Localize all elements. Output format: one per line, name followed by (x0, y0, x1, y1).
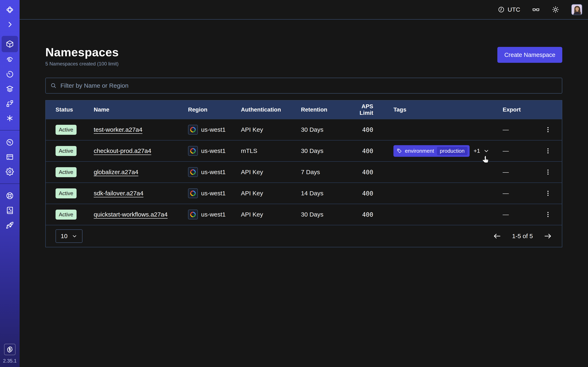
sun-icon[interactable] (552, 6, 559, 13)
clock-icon (498, 6, 505, 13)
cube-icon (6, 40, 14, 48)
create-namespace-button[interactable]: Create Namespace (497, 47, 562, 63)
export-value: — (503, 169, 544, 175)
col-tags: Tags (393, 106, 503, 113)
chevron-right-icon[interactable] (2, 17, 18, 32)
table-row: Active test-worker.a27a4 us-west1 API Ke… (46, 119, 562, 140)
gcp-cloud-icon (188, 146, 198, 156)
export-value: — (503, 126, 544, 133)
avatar[interactable] (571, 4, 582, 15)
retention-label: 7 Days (301, 169, 348, 175)
price-badge-icon (6, 346, 13, 353)
retention-label: 30 Days (301, 126, 348, 133)
sidebar-divider (0, 130, 20, 131)
status-badge: Active (56, 125, 77, 135)
aps-limit-value: 400 (348, 190, 393, 197)
kebab-menu-icon[interactable] (544, 125, 553, 134)
sidebar-item-support[interactable] (2, 188, 18, 203)
sidebar-item-docs[interactable] (2, 203, 18, 218)
auth-label: API Key (241, 126, 301, 133)
gcp-cloud-icon (188, 210, 198, 219)
retention-label: 30 Days (301, 147, 348, 154)
col-export: Export (503, 106, 544, 113)
gauge-icon (6, 138, 14, 146)
namespace-link[interactable]: globalizer.a27a4 (94, 169, 138, 175)
sidebar-item-namespaces[interactable] (2, 36, 18, 52)
kebab-menu-icon[interactable] (544, 210, 553, 219)
status-badge: Active (56, 167, 77, 177)
gcp-cloud-icon (188, 125, 198, 134)
aps-limit-value: 400 (348, 211, 393, 218)
namespace-link[interactable]: test-worker.a27a4 (94, 126, 142, 133)
namespace-link[interactable]: checkout-prod.a27a4 (94, 147, 151, 154)
previous-page-arrow-icon[interactable] (493, 232, 502, 240)
kebab-menu-icon[interactable] (544, 146, 553, 155)
sidebar-item-swirl[interactable] (2, 52, 18, 67)
status-badge: Active (56, 146, 77, 156)
status-badge: Active (56, 210, 77, 220)
sidebar-item-usage[interactable] (2, 135, 18, 150)
layers-icon (6, 85, 14, 93)
temporal-logo-icon[interactable] (2, 2, 18, 17)
table-row: Active quickstart-workflows.a27a4 us-wes… (46, 204, 562, 225)
filter-input[interactable] (61, 82, 557, 89)
billing-card-icon (6, 153, 14, 161)
page-size-select[interactable]: 10 (56, 229, 82, 243)
col-aps-limit: APS Limit (348, 103, 393, 116)
kebab-menu-icon[interactable] (544, 167, 553, 176)
sidebar-item-getting-started[interactable] (2, 218, 18, 233)
sidebar-divider (0, 184, 20, 184)
pricing-button[interactable] (4, 344, 16, 355)
col-retention: Retention (301, 106, 348, 113)
sidebar-item-schedules[interactable] (2, 67, 18, 82)
col-region: Region (188, 106, 241, 113)
timezone-label: UTC (508, 6, 520, 13)
tag-value: production (437, 147, 467, 155)
tags-cell: environment production +1 (393, 145, 503, 157)
namespace-link[interactable]: sdk-failover.a27a4 (94, 190, 144, 197)
aps-limit-value: 400 (348, 126, 393, 133)
app-version: 2.35.1 (3, 358, 17, 364)
lifebuoy-icon (6, 192, 14, 200)
region-label: us-west1 (201, 147, 226, 154)
asterisk-icon (6, 114, 14, 122)
gcp-cloud-icon (188, 167, 198, 177)
next-page-arrow-icon[interactable] (544, 232, 552, 240)
region-label: us-west1 (201, 211, 226, 218)
filter-input-container (45, 78, 562, 94)
sidebar-item-deployments[interactable] (2, 96, 18, 111)
timezone-selector[interactable]: UTC (498, 6, 520, 13)
page-size-value: 10 (61, 233, 67, 240)
auth-label: mTLS (241, 147, 301, 154)
kebab-menu-icon[interactable] (544, 189, 553, 198)
sidebar-item-nexus[interactable] (2, 111, 18, 125)
retention-label: 14 Days (301, 190, 348, 197)
book-sparkles-icon (6, 206, 14, 215)
aps-limit-value: 400 (348, 169, 393, 176)
tag-icon (397, 148, 402, 154)
sidebar-item-billing[interactable] (2, 150, 18, 164)
status-badge: Active (56, 188, 77, 198)
auth-label: API Key (241, 190, 301, 197)
table-footer: 10 1-5 of 5 (46, 225, 562, 247)
table-row: Active globalizer.a27a4 us-west1 API Key… (46, 161, 562, 183)
page-title: Namespaces (45, 45, 119, 59)
tag-key: environment (405, 148, 434, 154)
main-content: Namespaces 5 Namespaces created (100 lim… (20, 20, 588, 247)
col-authentication: Authentication (241, 106, 301, 113)
tag-pill[interactable]: environment production (393, 145, 470, 157)
table-row: Active checkout-prod.a27a4 us-west1 mTLS… (46, 140, 562, 161)
sidebar: 2.35.1 (0, 0, 20, 367)
swirl-icon (6, 55, 14, 64)
namespace-link[interactable]: quickstart-workflows.a27a4 (94, 211, 168, 218)
glasses-icon[interactable] (532, 6, 540, 13)
gcp-cloud-icon (188, 188, 198, 198)
export-value: — (503, 147, 544, 154)
col-status: Status (56, 106, 94, 113)
search-icon (50, 82, 57, 89)
retry-clock-icon (6, 70, 14, 78)
chevron-down-icon[interactable] (483, 148, 489, 154)
region-label: us-west1 (201, 126, 226, 133)
sidebar-item-stack[interactable] (2, 82, 18, 96)
sidebar-item-settings[interactable] (2, 164, 18, 179)
